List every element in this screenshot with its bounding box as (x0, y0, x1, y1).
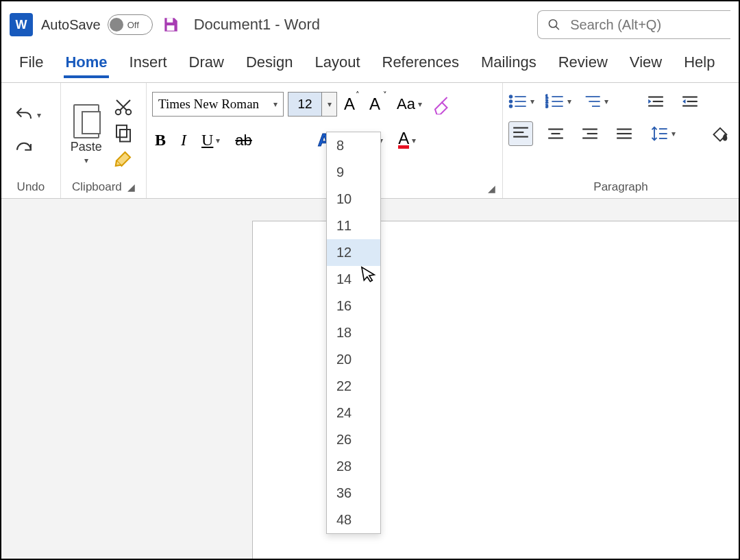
font-size-option[interactable]: 8 (327, 132, 380, 159)
word-app-icon: W (10, 13, 33, 36)
font-size-option[interactable]: 20 (327, 346, 380, 373)
svg-point-2 (549, 20, 556, 27)
font-size-value: 12 (297, 97, 312, 112)
save-button[interactable] (161, 15, 180, 34)
chevron-down-icon: ▾ (37, 110, 41, 120)
align-right-button[interactable] (578, 123, 602, 144)
document-page[interactable] (252, 221, 740, 560)
group-label-undo: Undo (7, 179, 55, 195)
justify-button[interactable] (613, 123, 636, 144)
group-label-clipboard: Clipboard (72, 180, 122, 194)
repeat-button[interactable] (11, 138, 37, 164)
align-left-button[interactable] (508, 121, 533, 146)
chevron-down-icon: ▾ (84, 156, 88, 165)
clipboard-launcher-icon[interactable]: ◢ (127, 182, 135, 193)
svg-point-8 (510, 95, 513, 98)
tab-insert[interactable]: Insert (128, 49, 169, 78)
font-name-value: Times New Roman (158, 97, 259, 112)
autosave-control[interactable]: AutoSave Off (41, 14, 153, 35)
paste-label: Paste (71, 140, 102, 154)
group-label-paragraph: Paragraph (593, 180, 648, 194)
svg-line-3 (556, 26, 559, 29)
svg-text:1: 1 (545, 94, 548, 99)
svg-rect-6 (120, 130, 130, 142)
format-painter-button[interactable] (113, 149, 134, 169)
svg-rect-0 (166, 18, 173, 23)
search-box[interactable] (537, 10, 730, 39)
font-size-option[interactable]: 26 (327, 426, 380, 453)
font-size-option[interactable]: 10 (327, 186, 380, 212)
numbering-button[interactable]: 123▾ (545, 93, 571, 110)
group-undo: ▾ Undo (1, 83, 61, 198)
increase-indent-button[interactable] (678, 91, 702, 112)
decrease-indent-button[interactable] (644, 91, 667, 112)
font-size-option[interactable]: 28 (327, 453, 380, 480)
font-name-combo[interactable]: Times New Roman ▾ (152, 92, 284, 117)
font-size-dropdown-button[interactable]: ▾ (322, 92, 337, 117)
tab-file[interactable]: File (18, 49, 45, 78)
toggle-knob (110, 18, 123, 32)
line-spacing-button[interactable]: ▾ (647, 121, 678, 146)
svg-point-9 (510, 100, 513, 103)
font-launcher-icon[interactable]: ◢ (488, 183, 495, 194)
ribbon-tabs: File Home Insert Draw Design Layout Refe… (1, 44, 739, 78)
font-color-button[interactable]: A▾ (395, 130, 419, 151)
tab-help[interactable]: Help (682, 49, 716, 78)
tab-review[interactable]: Review (557, 49, 609, 78)
bold-button[interactable]: B (152, 128, 169, 152)
group-paragraph: ▾ 123▾ ▾ (503, 83, 739, 198)
svg-text:2: 2 (545, 99, 548, 104)
font-size-option[interactable]: 24 (327, 400, 380, 426)
document-title: Document1 - Word (194, 16, 320, 34)
font-size-option[interactable]: 9 (327, 159, 380, 186)
chevron-down-icon: ▾ (328, 99, 332, 109)
align-center-button[interactable] (544, 123, 567, 144)
title-bar: W AutoSave Off Document1 - Word (1, 1, 739, 44)
font-size-option[interactable]: 18 (327, 319, 380, 346)
clipboard-icon (69, 101, 103, 138)
underline-button[interactable]: U▾ (199, 128, 223, 152)
font-size-option[interactable]: 11 (327, 212, 380, 239)
strikethrough-button[interactable]: ab (232, 129, 254, 152)
svg-rect-7 (116, 125, 127, 138)
tab-design[interactable]: Design (245, 49, 294, 78)
font-size-option[interactable]: 22 (327, 373, 380, 400)
svg-rect-1 (166, 25, 174, 31)
font-size-combo[interactable]: 12 (288, 92, 322, 117)
paste-button[interactable]: Paste ▾ (66, 99, 106, 168)
autosave-state: Off (127, 20, 139, 30)
font-size-dropdown[interactable]: 8910111214161820222426283648 (326, 132, 381, 534)
font-size-option[interactable]: 16 (327, 293, 380, 319)
grow-font-button[interactable]: A˄ (341, 92, 362, 117)
autosave-label: AutoSave (41, 17, 101, 33)
shading-button[interactable] (707, 122, 733, 145)
tab-layout[interactable]: Layout (313, 49, 361, 78)
change-case-button[interactable]: Aa▾ (394, 93, 425, 116)
clear-formatting-button[interactable] (429, 91, 455, 117)
font-size-option[interactable]: 14 (327, 266, 380, 293)
tab-home[interactable]: Home (64, 49, 108, 78)
svg-point-10 (510, 105, 513, 108)
bullets-button[interactable]: ▾ (508, 93, 534, 110)
chevron-down-icon: ▾ (273, 99, 278, 110)
svg-text:3: 3 (545, 104, 548, 108)
copy-button[interactable] (113, 123, 134, 143)
tab-draw[interactable]: Draw (188, 49, 225, 78)
search-input[interactable] (569, 16, 721, 34)
tab-view[interactable]: View (628, 49, 663, 78)
group-clipboard: Paste ▾ Clipboard ◢ (61, 83, 147, 198)
font-size-option[interactable]: 36 (327, 480, 380, 507)
shrink-font-button[interactable]: A˅ (367, 92, 390, 117)
cut-button[interactable] (113, 97, 134, 117)
tab-references[interactable]: References (381, 49, 461, 78)
autosave-toggle[interactable]: Off (108, 14, 153, 35)
font-size-option[interactable]: 48 (327, 507, 380, 533)
group-font: Times New Roman ▾ 12 ▾ A˄ A˅ Aa▾ (147, 83, 503, 198)
undo-button[interactable]: ▾ (11, 102, 44, 128)
tab-mailings[interactable]: Mailings (480, 49, 538, 78)
multilevel-list-button[interactable]: ▾ (582, 93, 608, 110)
search-icon (547, 17, 560, 32)
font-size-option[interactable]: 12 (327, 239, 380, 266)
italic-button[interactable]: I (178, 128, 189, 152)
